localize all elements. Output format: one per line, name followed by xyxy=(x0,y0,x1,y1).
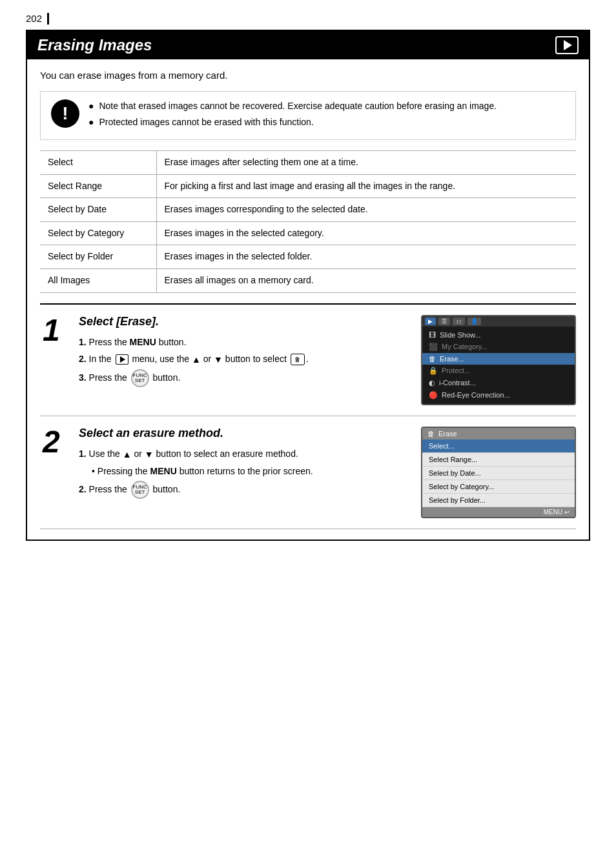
cam-tab-play: ▶ xyxy=(425,318,436,325)
table-row: SelectErase images after selecting them … xyxy=(40,151,576,175)
step-2-content: Select an erasure method. 1. Use the ▲ o… xyxy=(79,427,421,518)
table-cell-method: Select Range xyxy=(40,174,156,198)
erase-menu-list: Select... Select Range... Select by Date… xyxy=(422,439,575,507)
page-title: Erasing Images xyxy=(37,36,152,54)
cam-menu-mycategory: ⬛My Category... xyxy=(422,341,575,353)
cam-menu-icontrast: ◐i-Contrast... xyxy=(422,377,575,389)
cam-tab-sort: ↕↕ xyxy=(453,318,465,325)
warning-box: ! Note that erased images cannot be reco… xyxy=(40,91,576,140)
page-number-area: 202 xyxy=(26,13,590,25)
table-row: Select by DateErases images correspondin… xyxy=(40,198,576,222)
step-1-instr-1: 1. Press the MENU button. xyxy=(79,335,411,349)
func-set-button-icon-1: FUNCSET xyxy=(131,369,149,387)
page-wrapper: 202 Erasing Images You can erase images … xyxy=(0,0,616,868)
cam-menu-protect: 🔒Protect... xyxy=(422,365,575,377)
func-set-button-icon-2: FUNCSET xyxy=(131,481,149,499)
cam-tab-list: ☰ xyxy=(438,318,450,325)
step-1-screen: ▶ ☰ ↕↕ 👤 🎞Slide Show... ⬛My Categ xyxy=(421,315,576,405)
camera-menu-list: 🎞Slide Show... ⬛My Category... 🗑Erase...… xyxy=(422,327,575,404)
warning-text: Note that erased images cannot be recove… xyxy=(88,99,497,132)
play-mode-icon-box xyxy=(555,36,579,54)
table-cell-method: Select by Date xyxy=(40,198,156,222)
intro-text: You can erase images from a memory card. xyxy=(40,70,576,81)
cam-tab-bar: ▶ ☰ ↕↕ 👤 xyxy=(422,316,575,327)
table-cell-method: Select by Category xyxy=(40,221,156,245)
play-triangle-icon xyxy=(564,40,572,50)
step-2-instructions: 1. Use the ▲ or ▼ button to select an er… xyxy=(79,447,411,500)
step-1: 1 Select [Erase]. 1. Press the MENU butt… xyxy=(40,305,576,416)
table-cell-method: Select by Folder xyxy=(40,245,156,269)
content-body: You can erase images from a memory card.… xyxy=(27,59,589,540)
erase-item-select-date: Select by Date... xyxy=(422,467,575,480)
warning-item-1: Note that erased images cannot be recove… xyxy=(88,99,497,113)
step-1-instr-2: 2. In the menu, use the ▲ or ▼ button to… xyxy=(79,352,411,367)
erase-inline-icon: 🗑 xyxy=(291,354,305,365)
table-cell-description: Erases images corresponding to the selec… xyxy=(156,198,576,222)
table-cell-method: All Images xyxy=(40,268,156,292)
play-triangle-inline xyxy=(120,356,125,363)
erase-screen-title: 🗑Erase xyxy=(422,428,575,439)
step-2: 2 Select an erasure method. 1. Use the ▲… xyxy=(40,416,576,529)
steps-section: 1 Select [Erase]. 1. Press the MENU butt… xyxy=(40,303,576,529)
warning-item-2: Protected images cannot be erased with t… xyxy=(88,116,497,129)
erase-item-select-range: Select Range... xyxy=(422,453,575,467)
warning-icon: ! xyxy=(51,99,79,128)
page-number: 202 xyxy=(26,13,49,25)
step-2-sub-bullet: • Pressing the MENU button returns to th… xyxy=(92,464,411,478)
erase-item-select: Select... xyxy=(422,439,575,453)
erase-methods-table: SelectErase images after selecting them … xyxy=(40,150,576,293)
erase-item-select-folder: Select by Folder... xyxy=(422,494,575,507)
step-2-instr-1: 1. Use the ▲ or ▼ button to select an er… xyxy=(79,447,411,461)
table-cell-description: Erase images after selecting them one at… xyxy=(156,151,576,175)
main-content-box: Erasing Images You can erase images from… xyxy=(26,30,590,541)
table-row: Select by FolderErases images in the sel… xyxy=(40,245,576,269)
cam-menu-slideshow: 🎞Slide Show... xyxy=(422,329,575,341)
step-2-title: Select an erasure method. xyxy=(79,427,411,440)
step-1-instructions: 1. Press the MENU button. 2. In the menu… xyxy=(79,335,411,388)
table-cell-description: For picking a first and last image and e… xyxy=(156,174,576,198)
step-2-instr-2: 2. Press the FUNCSET button. xyxy=(79,481,411,499)
camera-menu-screen: ▶ ☰ ↕↕ 👤 🎞Slide Show... ⬛My Categ xyxy=(421,315,576,405)
title-bar: Erasing Images xyxy=(27,31,589,59)
table-cell-description: Erases images in the selected category. xyxy=(156,221,576,245)
cam-tab-person: 👤 xyxy=(467,318,481,325)
cam-menu-redeye: 🔴Red-Eye Correction... xyxy=(422,389,575,401)
cam-menu-erase: 🗑Erase... xyxy=(422,353,575,365)
table-row: Select by CategoryErases images in the s… xyxy=(40,221,576,245)
step-1-content: Select [Erase]. 1. Press the MENU button… xyxy=(79,315,421,405)
erase-screen-footer: MENU ↩ xyxy=(422,507,575,517)
step-2-screen: 🗑Erase Select... Select Range... Select … xyxy=(421,427,576,518)
erase-item-select-category: Select by Category... xyxy=(422,480,575,494)
table-cell-description: Erases images in the selected folder. xyxy=(156,245,576,269)
table-cell-method: Select xyxy=(40,151,156,175)
table-row: All ImagesErases all images on a memory … xyxy=(40,268,576,292)
step-1-number: 1 xyxy=(40,315,79,405)
table-row: Select RangeFor picking a first and last… xyxy=(40,174,576,198)
table-cell-description: Erases all images on a memory card. xyxy=(156,268,576,292)
play-mode-inline-icon xyxy=(116,354,128,365)
step-1-title: Select [Erase]. xyxy=(79,315,411,328)
step-1-instr-3: 3. Press the FUNCSET button. xyxy=(79,369,411,387)
step-2-number: 2 xyxy=(40,427,79,518)
erase-menu-screen: 🗑Erase Select... Select Range... Select … xyxy=(421,427,576,518)
